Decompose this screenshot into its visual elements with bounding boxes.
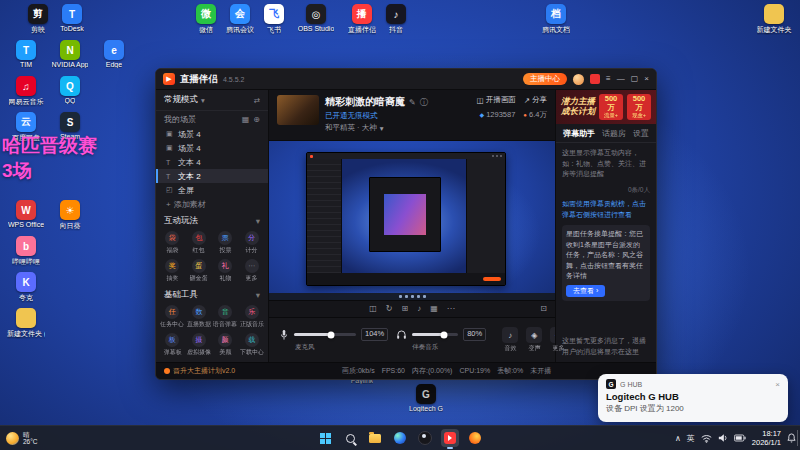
info-icon[interactable]: ⓘ bbox=[420, 97, 428, 108]
desktop-icon[interactable]: 微微信 bbox=[188, 4, 224, 35]
volume-icon[interactable] bbox=[718, 433, 728, 443]
desktop-icon[interactable]: ♫网易云音乐 bbox=[8, 76, 44, 107]
wifi-icon[interactable] bbox=[701, 434, 712, 443]
scene-item[interactable]: ▣场景 4 bbox=[156, 141, 268, 155]
desktop-icon[interactable]: QQQ bbox=[52, 76, 88, 104]
desktop-big-label[interactable]: 哈匹晋级赛 3场 bbox=[2, 134, 97, 183]
desktop-icon[interactable]: ☀向日葵 bbox=[52, 200, 88, 231]
audio-icon[interactable]: ♪ bbox=[417, 305, 421, 313]
desktop-icon[interactable]: ♪抖音 bbox=[378, 4, 414, 35]
anchor-center-button[interactable]: 主播中心 bbox=[523, 73, 567, 85]
desktop-icon[interactable]: GLogitech G bbox=[408, 384, 444, 412]
pip-icon[interactable]: ⊡ bbox=[540, 305, 547, 313]
tool-item[interactable]: 票投票 bbox=[212, 229, 239, 257]
notification-bell-icon[interactable] bbox=[787, 433, 796, 443]
add-material-button[interactable]: +添加素材 bbox=[156, 197, 268, 211]
section-header-basic[interactable]: 基础工具▾ bbox=[156, 287, 268, 303]
avatar[interactable] bbox=[573, 74, 584, 85]
edge-button[interactable] bbox=[391, 429, 409, 447]
tab-danmaku-assistant[interactable]: 弹幕助手 bbox=[563, 128, 595, 139]
scene-item[interactable]: ◰全屏 bbox=[156, 183, 268, 197]
tool-item[interactable]: ⋯更多 bbox=[239, 257, 266, 285]
traceless-mode-link[interactable]: 已开通无痕模式 bbox=[325, 111, 428, 121]
promo-banner[interactable]: 潜力主播成长计划 500万流量+ 500万现金+ bbox=[556, 90, 656, 124]
tool-item[interactable]: 任任务中心 bbox=[159, 303, 186, 331]
tool-item[interactable]: 礼礼物 bbox=[212, 257, 239, 285]
tool-item[interactable]: 载下载中心 bbox=[239, 331, 266, 359]
desktop-icon[interactable]: 会腾讯会议 bbox=[222, 4, 258, 35]
edit-icon[interactable]: ✎ bbox=[409, 98, 416, 107]
tool-item[interactable]: 数直播数据 bbox=[186, 303, 213, 331]
weather-widget[interactable]: 晴26°C bbox=[6, 426, 38, 450]
tab-settings[interactable]: 设置 bbox=[633, 128, 649, 139]
tool-item[interactable]: 蛋砸金蛋 bbox=[186, 257, 213, 285]
battery-icon[interactable] bbox=[734, 434, 746, 442]
layers-icon[interactable]: ▦ bbox=[430, 305, 438, 313]
desktop-icon[interactable]: NNVIDIA App bbox=[52, 40, 88, 68]
desktop-icon[interactable]: 播直播伴侣 bbox=[344, 4, 380, 35]
input-language-indicator[interactable]: 英 bbox=[687, 433, 695, 444]
maximize-button[interactable]: ▢ bbox=[631, 75, 639, 83]
more-icon[interactable]: ⋯ bbox=[447, 305, 455, 313]
anchor-program-link[interactable]: 晋升大主播计划v2.0 bbox=[164, 366, 235, 376]
chat-link-text[interactable]: 如需使用弹幕贡献榜，点击弹幕右侧按钮进行查看 bbox=[562, 199, 650, 220]
tool-item[interactable]: 奖抽奖 bbox=[159, 257, 186, 285]
desktop-icon[interactable]: WWPS Office bbox=[8, 200, 44, 228]
window-titlebar[interactable]: ▶ 直播伴侣 4.5.5.2 主播中心 ≡ — ▢ × bbox=[156, 69, 656, 90]
tool-item[interactable]: 音语音弹幕 bbox=[212, 303, 239, 331]
share-button[interactable]: ↗分享 bbox=[524, 95, 547, 105]
add-scene-icon[interactable]: ⊕ bbox=[253, 115, 260, 124]
crop-icon[interactable]: ◫ bbox=[369, 305, 377, 313]
tool-item[interactable]: 包红包 bbox=[186, 229, 213, 257]
taskbar-clock[interactable]: 18:172026/1/1 bbox=[752, 429, 781, 447]
live-companion-taskbar-button[interactable] bbox=[441, 429, 459, 447]
desktop-icon[interactable]: 剪剪映 bbox=[20, 4, 56, 35]
ghub-notification-toast[interactable]: G G HUB × Logitech G HUB 设备 DPI 设置为 1200 bbox=[598, 374, 788, 422]
desktop-icon[interactable]: 新建文件夹 (2) bbox=[8, 308, 44, 339]
view-task-button[interactable]: 去查看 › bbox=[566, 285, 605, 298]
desktop-icon[interactable]: TToDesk bbox=[54, 4, 90, 32]
desktop-icon[interactable]: K夸克 bbox=[8, 272, 44, 303]
tool-item[interactable]: 袋福袋 bbox=[159, 229, 186, 257]
desktop-icon[interactable]: eEdge bbox=[96, 40, 132, 68]
mode-switch-icon[interactable]: ⇄ bbox=[254, 96, 260, 105]
broadcast-screen-button[interactable]: ◫开播画面 bbox=[477, 95, 516, 105]
desktop-icon[interactable]: b哔哩哔哩 bbox=[8, 236, 44, 267]
tray-chevron-up-icon[interactable]: ∧ bbox=[675, 434, 681, 443]
grid-icon[interactable]: ▦ bbox=[242, 115, 250, 124]
desktop-icon[interactable]: TTIM bbox=[8, 40, 44, 68]
stream-cover-thumbnail[interactable] bbox=[277, 95, 319, 125]
close-icon[interactable]: × bbox=[775, 380, 780, 389]
tool-item[interactable]: 板弹幕板 bbox=[159, 331, 186, 359]
scene-item-active[interactable]: T文本 2 bbox=[156, 169, 268, 183]
scene-item[interactable]: ▣场景 4 bbox=[156, 127, 268, 141]
obs-button[interactable] bbox=[416, 429, 434, 447]
desktop-icon[interactable]: ◎OBS Studio bbox=[298, 4, 334, 32]
music-volume-slider[interactable] bbox=[412, 333, 458, 336]
search-button[interactable] bbox=[341, 429, 359, 447]
start-button[interactable] bbox=[316, 429, 334, 447]
minimize-button[interactable]: — bbox=[617, 75, 625, 83]
mic-volume-slider[interactable] bbox=[294, 333, 356, 336]
menu-icon[interactable]: ≡ bbox=[606, 75, 611, 83]
category-selector[interactable]: 和平精英 · 大神▾ bbox=[325, 123, 428, 133]
section-header-interactive[interactable]: 互动玩法▾ bbox=[156, 213, 268, 229]
desktop-icon[interactable]: 飞飞书 bbox=[256, 4, 292, 35]
transform-icon[interactable]: ⊞ bbox=[402, 305, 409, 313]
tool-item[interactable]: 分计分 bbox=[239, 229, 266, 257]
firefox-button[interactable] bbox=[466, 429, 484, 447]
voice-change-button[interactable]: ◈变声 bbox=[526, 327, 542, 353]
tool-item[interactable]: 摄虚拟摄像 bbox=[186, 331, 213, 359]
tool-item[interactable]: 乐正版音乐 bbox=[239, 303, 266, 331]
tab-topic-room[interactable]: 话题房 bbox=[602, 128, 626, 139]
file-explorer-button[interactable] bbox=[366, 429, 384, 447]
close-button[interactable]: × bbox=[644, 75, 649, 83]
tool-item[interactable]: 颜美颜 bbox=[212, 331, 239, 359]
desktop-icon[interactable]: 档腾讯文档 bbox=[538, 4, 574, 35]
rotate-icon[interactable]: ↻ bbox=[386, 305, 393, 313]
gift-icon[interactable] bbox=[590, 74, 600, 84]
scene-item[interactable]: T文本 4 bbox=[156, 155, 268, 169]
mode-selector[interactable]: 常规模式 ▾ ⇄ bbox=[156, 90, 268, 111]
sound-effect-button[interactable]: ♪音效 bbox=[502, 327, 518, 353]
chat-message-area[interactable]: 这里显示弹幕互动内容，如：礼物、点赞、关注、进房等消息提醒 0条/0人 如需使用… bbox=[556, 143, 656, 362]
